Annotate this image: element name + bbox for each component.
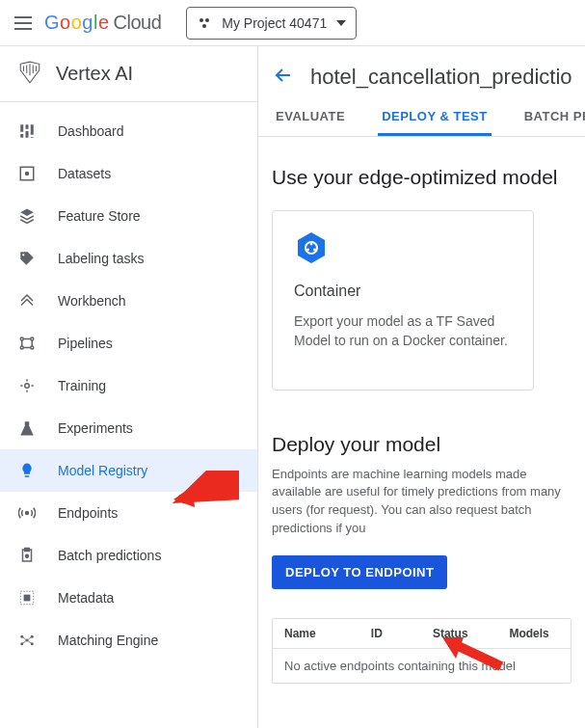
content: Use your edge-optimized model Container … [258,137,585,684]
lightbulb-icon [17,461,37,480]
svg-marker-38 [298,232,325,263]
svg-rect-25 [25,549,30,552]
google-cloud-logo[interactable]: Google Cloud [44,12,161,34]
vertex-ai-icon [17,60,42,88]
card-description: Export your model as a TF Saved Model to… [294,311,512,351]
svg-point-42 [313,249,316,252]
tab-evaluate[interactable]: EVALUATE [272,99,349,136]
matching-icon [17,631,37,650]
tag-icon [17,249,37,268]
container-icon [294,230,329,265]
menu-icon[interactable] [12,12,35,35]
project-name: My Project 40471 [222,15,327,31]
batch-icon [17,546,37,565]
table-empty-message: No active endpoints containing this mode… [273,649,571,683]
svg-point-0 [199,18,203,22]
svg-point-18 [31,337,34,340]
sidebar-item-label: Workbench [58,293,126,309]
svg-rect-22 [25,475,30,477]
sidebar-item-label: Matching Engine [58,633,158,648]
sidebar-item-labeling-tasks[interactable]: Labeling tasks [0,237,257,280]
column-header-status[interactable]: Status [433,627,483,640]
metadata-icon [17,588,37,607]
sidebar-item-label: Datasets [58,166,111,181]
sidebar-item-label: Pipelines [58,336,113,351]
container-export-card[interactable]: Container Export your model as a TF Save… [272,210,534,391]
column-header-name[interactable]: Name [284,627,344,640]
page-title: hotel_cancellation_prediction [310,65,572,90]
column-header-id[interactable]: ID [371,627,406,640]
sidebar-item-label: Batch predictions [58,548,161,563]
deploy-to-endpoint-button[interactable]: DEPLOY TO ENDPOINT [272,555,447,589]
svg-point-23 [26,512,29,515]
top-header: Google Cloud My Project 40471 [0,0,585,46]
product-header: Vertex AI [0,46,257,102]
back-arrow-icon[interactable] [272,64,295,90]
page-header: hotel_cancellation_prediction [258,46,585,99]
svg-rect-28 [24,595,30,601]
sidebar-item-label: Experiments [58,420,133,436]
svg-line-37 [27,640,32,644]
pipelines-icon [17,334,37,353]
column-header-models[interactable]: Models [509,627,559,640]
feature-store-icon [17,206,37,226]
workbench-icon [17,291,37,310]
table-header-row: Name ID Status Models [273,619,571,649]
sidebar-item-metadata[interactable]: Metadata [0,577,257,619]
sidebar-item-training[interactable]: Training [0,364,257,407]
sidebar-item-batch-predictions[interactable]: Batch predictions [0,534,257,577]
sidebar-item-endpoints[interactable]: Endpoints [0,492,257,534]
svg-rect-10 [31,124,34,135]
main-panel: hotel_cancellation_prediction EVALUATE D… [258,46,585,728]
sidebar-item-label: Model Registry [58,463,147,478]
svg-point-15 [26,173,29,175]
sidebar-item-matching-engine[interactable]: Matching Engine [0,619,257,661]
svg-point-40 [310,243,313,246]
tabs: EVALUATE DEPLOY & TEST BATCH PREDICT [258,99,585,137]
project-picker[interactable]: My Project 40471 [186,7,357,40]
sidebar-item-workbench[interactable]: Workbench [0,280,257,322]
sidebar-item-dashboard[interactable]: Dashboard [0,110,257,152]
sidebar-item-label: Metadata [58,590,114,606]
sidebar: Vertex AI Dashboard Datasets Feature Sto… [0,46,258,728]
tab-deploy-test[interactable]: DEPLOY & TEST [378,99,492,136]
sidebar-item-label: Labeling tasks [58,251,145,266]
svg-rect-9 [26,124,29,129]
training-icon [17,376,37,395]
endpoints-icon [17,503,37,523]
svg-point-1 [205,18,209,22]
tab-batch-predict[interactable]: BATCH PREDICT [520,99,585,136]
deploy-section-title: Deploy your model [272,433,572,456]
edge-section-title: Use your edge-optimized model [272,166,572,189]
card-title: Container [294,283,512,300]
svg-line-34 [22,636,27,640]
svg-point-17 [20,337,23,340]
sidebar-item-pipelines[interactable]: Pipelines [0,322,257,364]
datasets-icon [17,164,37,183]
sidebar-item-label: Feature Store [58,208,141,224]
svg-rect-12 [26,131,29,138]
chevron-down-icon [336,20,346,26]
sidebar-item-feature-store[interactable]: Feature Store [0,195,257,237]
endpoints-table: Name ID Status Models No active endpoint… [272,618,572,684]
svg-point-19 [20,346,23,349]
sidebar-item-model-registry[interactable]: Model Registry [0,449,257,492]
flask-icon [17,418,37,438]
svg-point-16 [22,254,24,256]
svg-point-41 [306,249,309,252]
svg-line-36 [22,640,27,644]
deploy-section-description: Endpoints are machine learning models ma… [272,466,572,538]
product-title: Vertex AI [56,63,133,85]
svg-rect-11 [20,134,23,138]
svg-rect-8 [20,124,23,132]
svg-point-2 [202,24,206,28]
nav: Dashboard Datasets Feature Store Labelin… [0,102,257,669]
sidebar-item-label: Training [58,378,106,393]
svg-point-26 [26,554,29,557]
sidebar-item-experiments[interactable]: Experiments [0,407,257,449]
sidebar-item-label: Dashboard [58,123,124,139]
svg-line-35 [27,636,32,640]
svg-point-21 [25,384,30,389]
sidebar-item-datasets[interactable]: Datasets [0,152,257,195]
dashboard-icon [17,121,37,141]
